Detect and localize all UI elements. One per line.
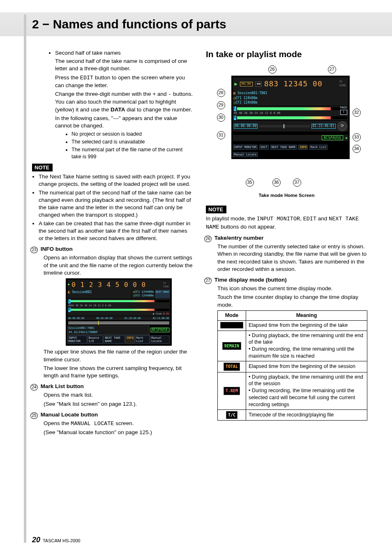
ml-p2: (See "Manual locate function" on page 12… (44, 429, 194, 436)
cases-list: No project or session is loaded The sele… (55, 131, 194, 160)
callout-32: 32 (353, 109, 361, 117)
info-head: 23 INFO button (32, 245, 194, 253)
bullet-list: Second half of take names (55, 49, 194, 57)
left-rule (24, 14, 26, 543)
th-mode: Mode (218, 310, 246, 320)
mode-chip-trem: T.REM (224, 387, 240, 395)
case-1: The selected card is unavailable (71, 139, 194, 146)
table-row: TOTALElapsed time from the beginning of … (218, 361, 367, 372)
annotated-diagram: 26 27 28 29 30 31 32 33 34 35 36 37 ▶ ON… (211, 63, 363, 191)
callout-37: 37 (293, 178, 301, 187)
p3: Change the three-digit number with the +… (55, 90, 194, 113)
note-list: The Next Take Name setting is saved with… (39, 173, 194, 242)
right-column: In take or playlist mode 26 27 28 29 30 … (206, 49, 367, 437)
right-note: In playlist mode, the INPUT MONITOR, EDI… (206, 215, 367, 231)
left-column: Second half of take names The second hal… (32, 49, 194, 437)
callout-33: 33 (353, 133, 361, 141)
ml-head: 25 Manual Locate button (32, 411, 194, 419)
right-section-title: In take or playlist mode (206, 49, 367, 60)
table-row: Elapsed time from the beginning of the t… (218, 320, 367, 331)
mode-table: ModeMeaning Elapsed time from the beginn… (217, 310, 367, 421)
ml-p1: Opens the MANUAL LOCATE screen. (44, 420, 194, 428)
callout-29: 29 (217, 101, 225, 109)
callout-35: 35 (246, 178, 254, 187)
p4: In the following cases, "---" appears an… (55, 115, 194, 130)
take-names-block: Second half of take names The second hal… (32, 49, 194, 160)
diagram-image: ▶ ONLINE ◀◀ 883 12345 00 TCSYNC ◧ Sessio… (231, 76, 350, 159)
callout-30: 30 (217, 113, 225, 122)
diagram-caption: Take mode Home Screen (206, 192, 367, 199)
meaning-trem: • During playback, the time remaining un… (246, 372, 367, 409)
info-screenshot: ▶ 0 1 2 3 4 5 0 0 0 TCSYNC ◧ Session001 … (66, 278, 172, 346)
mark-p2: (See "Mark list screen" on page 123.). (44, 400, 194, 408)
meaning-remain: • During playback, the time remaining un… (246, 331, 367, 361)
num-23: 23 (30, 247, 38, 253)
chapter-header: 2 − Names and functions of parts (0, 12, 392, 36)
callout-36: 36 (272, 178, 281, 187)
callout-31: 31 (217, 131, 225, 139)
page: 2 − Names and functions of parts Second … (0, 0, 392, 555)
callout-34: 34 (353, 145, 361, 153)
page-footer: 20 TASCAM HS-2000 (32, 535, 80, 545)
note-badge: NOTE (32, 164, 53, 172)
mode-chip-total: TOTAL (224, 363, 240, 371)
mode-chip-tc: T/C (226, 411, 238, 419)
data-dial: DATA (111, 106, 125, 113)
info-p1: Opens an information display that shows … (44, 254, 194, 277)
right-note-badge: NOTE (206, 206, 226, 214)
mark-p1: Opens the mark list. (44, 391, 194, 399)
callout-28: 28 (217, 89, 225, 97)
i27-head: 27 Time display mode (button) (206, 276, 367, 284)
model-name: TASCAM HS-2000 (43, 538, 81, 543)
i26-head: 26 Take/entry number (206, 234, 367, 242)
mode-chip-blank (220, 322, 243, 328)
num-26: 26 (204, 236, 212, 242)
callout-27: 27 (328, 65, 336, 74)
p2: Press the EDIT button to open the screen… (55, 74, 194, 89)
th-meaning: Meaning (246, 310, 367, 320)
i27-p1: This icon shows the current time display… (217, 285, 367, 292)
table-row: T.REM• During playback, the time remaini… (218, 372, 367, 409)
mode-chip-remain: REMAIN (222, 342, 241, 350)
note-0: The Next Take Name setting is saved with… (39, 173, 194, 188)
info-p3: The lower line shows the current samplin… (44, 365, 194, 379)
num-25: 25 (30, 412, 38, 419)
case-2: The numerical part of the file name of t… (71, 146, 194, 160)
edit-label: EDIT (80, 75, 93, 81)
callout-26: 26 (268, 65, 277, 74)
num-24: 24 (30, 384, 38, 391)
num-27: 27 (204, 278, 212, 284)
i27-p2: Touch the time counter display to change… (217, 294, 367, 308)
info-p2: The upper line shows the file name of th… (44, 348, 194, 363)
chapter-title: 2 − Names and functions of parts (32, 16, 226, 33)
bullet1-title: Second half of take names (55, 50, 121, 56)
content-columns: Second half of take names The second hal… (32, 49, 367, 437)
case-0: No project or session is loaded (71, 131, 194, 138)
p1: The second half of the take name is comp… (55, 58, 194, 72)
bullet1: Second half of take names (55, 49, 194, 57)
page-number: 20 (32, 536, 40, 544)
table-row: T/CTimecode of the recording/playing fil… (218, 409, 367, 421)
table-row: REMAIN• During playback, the time remain… (218, 331, 367, 361)
mark-head: 24 Mark List button (32, 383, 194, 390)
note-1: The numerical part of the second half of… (39, 189, 194, 219)
note-2: A take can be created that has the same … (39, 220, 194, 243)
i26-p: The number of the currently selected tak… (206, 243, 367, 273)
